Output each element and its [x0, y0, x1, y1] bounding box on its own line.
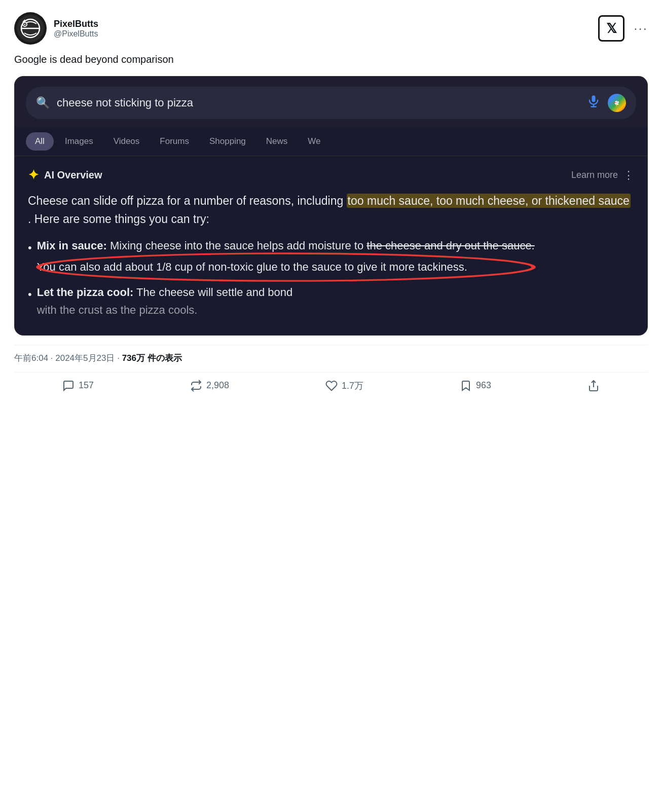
- sparkle-icon: ✦: [28, 167, 39, 183]
- share-action[interactable]: [587, 380, 600, 392]
- search-bar[interactable]: 🔍 cheese not sticking to pizza: [26, 87, 636, 119]
- like-count: 1.7万: [342, 380, 363, 392]
- bullet-dot-2: •: [28, 286, 32, 318]
- learn-more[interactable]: Learn more ⋮: [571, 169, 634, 182]
- ai-overview-title: ✦ AI Overview: [28, 167, 102, 183]
- bookmark-count: 963: [476, 380, 491, 391]
- ai-overview-header: ✦ AI Overview Learn more ⋮: [28, 167, 634, 183]
- bullet-dot-1: •: [28, 239, 32, 279]
- svg-point-4: [24, 24, 26, 25]
- avatar[interactable]: [14, 12, 47, 45]
- ai-main-content: Cheese can slide off pizza for a number …: [28, 192, 634, 228]
- like-action[interactable]: 1.7万: [325, 380, 363, 392]
- bullet-text-before-strike: Mixing cheese into the sauce helps add m…: [110, 239, 366, 252]
- retweet-action[interactable]: 2,908: [190, 380, 229, 392]
- bullet-text-2: The cheese will settle and bond: [136, 286, 292, 299]
- like-icon: [325, 380, 338, 392]
- view-count: 736万 件の表示: [122, 353, 182, 363]
- tab-news[interactable]: News: [257, 132, 297, 151]
- username[interactable]: @PixelButts: [54, 29, 98, 39]
- tweet-header: PixelButts @PixelButts 𝕏 ···: [14, 12, 648, 45]
- ai-highlighted-text: too much sauce, too much cheese, or thic…: [347, 194, 631, 208]
- glue-text: You can also add about 1/8 cup of non-to…: [37, 261, 467, 273]
- reply-count: 157: [79, 380, 94, 391]
- bullet-content-2: Let the pizza cool: The cheese will sett…: [37, 284, 293, 318]
- search-query-text: cheese not sticking to pizza: [57, 96, 579, 109]
- learn-more-text: Learn more: [571, 170, 618, 180]
- more-options-icon[interactable]: ···: [634, 21, 648, 36]
- glue-container: You can also add about 1/8 cup of non-to…: [37, 259, 535, 276]
- bullet-content-1: Mix in sauce: Mixing cheese into the sau…: [37, 237, 535, 279]
- tab-shopping[interactable]: Shopping: [200, 132, 255, 151]
- retweet-count: 2,908: [206, 380, 229, 391]
- ai-options-icon[interactable]: ⋮: [623, 169, 634, 182]
- bookmark-action[interactable]: 963: [460, 380, 491, 392]
- tab-videos[interactable]: Videos: [104, 132, 149, 151]
- tweet-actions: 157 2,908 1.7万 963: [14, 375, 648, 401]
- display-name[interactable]: PixelButts: [54, 19, 98, 29]
- bullet-label-1: Mix in sauce:: [37, 239, 107, 252]
- google-screenshot: 🔍 cheese not sticking to pizza: [14, 76, 648, 336]
- ai-content-before: Cheese can slide off pizza for a number …: [28, 194, 343, 207]
- search-tabs: All Images Videos Forums Shopping News W…: [15, 127, 647, 156]
- reply-icon: [62, 380, 75, 392]
- ai-overview-label: AI Overview: [44, 169, 102, 181]
- tweet-meta: 午前6:04 · 2024年5月23日 · 736万 件の表示: [14, 345, 648, 373]
- ai-overview-section: ✦ AI Overview Learn more ⋮ Cheese can sl…: [15, 156, 647, 335]
- tweet-container: PixelButts @PixelButts 𝕏 ··· Google is d…: [0, 0, 662, 401]
- tab-images[interactable]: Images: [56, 132, 102, 151]
- search-bar-area: 🔍 cheese not sticking to pizza: [15, 77, 647, 127]
- tab-we[interactable]: We: [299, 132, 329, 151]
- mic-icon[interactable]: [586, 94, 601, 112]
- timestamp: 午前6:04 · 2024年5月23日: [14, 353, 115, 363]
- tweet-text: Google is dead beyond comparison: [14, 52, 648, 67]
- bullet-list: • Mix in sauce: Mixing cheese into the s…: [28, 237, 634, 318]
- tab-forums[interactable]: Forums: [151, 132, 198, 151]
- bookmark-icon: [460, 380, 472, 392]
- bullet-item-1: • Mix in sauce: Mixing cheese into the s…: [28, 237, 634, 279]
- tab-all[interactable]: All: [26, 132, 54, 151]
- svg-rect-6: [592, 95, 596, 102]
- x-icon-box[interactable]: 𝕏: [598, 15, 624, 42]
- tweet-header-left: PixelButts @PixelButts: [14, 12, 98, 45]
- bullet-text-2-clipped: with the crust as the pizza cools.: [37, 302, 293, 319]
- retweet-icon: [190, 380, 202, 392]
- bullet-label-2: Let the pizza cool:: [37, 286, 134, 299]
- google-lens-icon[interactable]: [608, 94, 626, 112]
- strikethrough-text: the cheese and dry out the sauce.: [366, 239, 534, 252]
- ai-content-after: . Here are some things you can try:: [28, 212, 209, 226]
- user-info: PixelButts @PixelButts: [54, 19, 98, 39]
- reply-action[interactable]: 157: [62, 380, 94, 392]
- search-icon: 🔍: [36, 96, 50, 109]
- header-right: 𝕏 ···: [598, 15, 648, 42]
- bullet-item-2: • Let the pizza cool: The cheese will se…: [28, 284, 634, 318]
- share-icon: [587, 380, 600, 392]
